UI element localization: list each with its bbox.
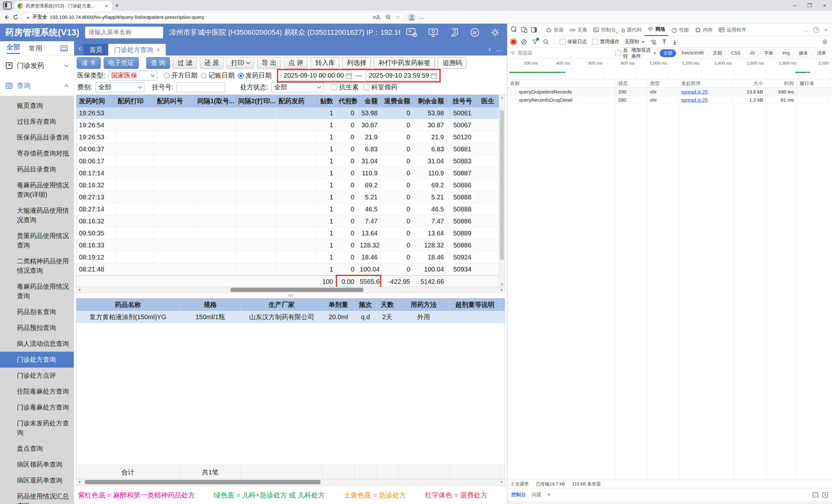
devtools-tab-欢迎[interactable]: 欢迎 [543,24,567,36]
preserve-log-checkbox[interactable]: 保留日志 [560,39,587,45]
sidebar-item[interactable]: 毒麻药品使用情况查询 [0,279,74,304]
si-logo-icon[interactable]: SI [470,28,480,37]
scroll-right-icon[interactable]: ► [500,480,503,483]
devtools-tab-控制台[interactable]: 控制台▲ [590,24,619,36]
drawer-add-tab-icon[interactable]: + [547,491,551,498]
network-request-row[interactable]: queryRecordsDrugDetail200xhrspread.js:25… [507,96,832,104]
filter-chip[interactable]: Fetch/XHR [678,49,707,57]
table-row[interactable]: 08:21:4810100.040100.0450934 [76,263,499,275]
settings-gear-icon[interactable] [491,28,500,37]
scroll-right-icon[interactable]: ► [500,288,503,291]
toolbar-button[interactable]: 补打中药发药标签 [374,57,435,69]
drawer-tab-问题[interactable]: 问题 [532,492,542,498]
profile-avatar[interactable] [408,13,416,22]
tabs-scroll-left-icon[interactable]: ‹ [76,44,83,53]
pane-splitter[interactable] [74,293,507,298]
scroll-left-icon[interactable]: ◄ [78,480,81,483]
clear-icon[interactable] [521,39,527,45]
tab-home[interactable]: 首页 [83,44,108,56]
toolbar-button[interactable]: 转入库 [311,57,339,69]
horizontal-scrollbar[interactable]: ◄ ► [76,287,505,293]
record-icon[interactable] [511,39,516,44]
table-row[interactable]: 08:19:121018.46018.4650924 [76,251,499,263]
calendar-icon[interactable] [346,73,352,79]
sidebar-item[interactable]: 药品预扣查询 [0,320,74,336]
export-har-icon[interactable] [672,39,677,45]
tab-close-icon[interactable]: × [156,47,160,53]
sidebar-item[interactable]: 药品别名查询 [0,304,74,320]
scrollbar-thumb[interactable] [500,110,504,260]
browser-tab[interactable]: 药房管理系统(V13) - 门诊处方查… × [14,1,112,11]
sidebar-group[interactable]: 查询 [0,76,74,96]
toolbar-button[interactable]: 电子凭证 [104,57,139,69]
scrollbar-thumb[interactable] [230,288,363,292]
favorite-star-icon[interactable]: ☆ [396,14,400,20]
sidebar-item[interactable]: 门诊未发药处方查询 [0,415,74,441]
devtools-tab-应用程序[interactable]: 应用程序 [716,24,749,36]
date-type-radio[interactable]: 开方日期 [164,71,198,80]
table-row[interactable]: 08:06:171031.04031.0450883 [76,155,499,167]
filter-checkbox[interactable]: 抗生素 [331,83,359,91]
sidebar-group[interactable]: 门诊发药 [0,56,74,76]
sidebar-item[interactable]: 药品使用情况汇总查询 [0,488,74,504]
sidebar-item[interactable]: 毒麻药品使用情况查询(详细) [0,177,74,203]
sidebar-tab-frequent[interactable]: 常用 [29,44,42,53]
filter-chip[interactable]: 文档 [709,49,726,57]
sidebar-item[interactable]: 医保药品目录查询 [0,130,74,145]
toolbar-button[interactable]: 导 出 [257,57,281,69]
add-filter-condition[interactable]: 增加筛选条件▼ [631,47,656,59]
table-row[interactable]: 08:17:1410110.90110.950887 [76,167,499,179]
sidebar-item[interactable]: 大输液药品使用情况查询 [0,203,74,228]
sidebar-item[interactable]: 贵重药品使用情况查询 [0,228,74,253]
vertical-scrollbar[interactable]: ▲ ▼ [499,95,505,287]
checkbox-icon[interactable] [363,84,369,90]
checkbox-icon[interactable] [331,84,337,90]
table-header-row[interactable]: 发药时间配药打印配药叫号间隔1(取号...间隔2(打印...配药发药贴数代煎数金… [76,95,499,107]
network-conditions-icon[interactable] [650,39,656,45]
table-row[interactable]: 19:26:531021.9021.950120 [76,131,499,143]
menu-search-input[interactable] [88,29,168,36]
filter-chip[interactable]: Img [779,49,793,57]
inspect-element-icon[interactable] [511,27,518,33]
devtools-tab-元素[interactable]: </>元素 [567,24,590,36]
menu-grid-icon[interactable] [60,46,68,51]
refresh-icon[interactable] [12,14,19,21]
table-row[interactable]: 08:27:13105.2105.2150888 [76,191,499,203]
devtools-close-icon[interactable]: × [825,27,828,32]
new-tab-button[interactable]: + [115,2,119,9]
toolbar-button[interactable]: 查 询 [146,57,170,69]
dock-side-icon[interactable] [531,27,537,33]
toolbar-button[interactable]: 列选择 [342,57,371,69]
scroll-down-icon[interactable]: ▼ [499,282,505,286]
devtools-more-icon[interactable]: … [803,27,808,32]
invert-checkbox[interactable]: 反转 [615,47,628,59]
expand-drawer-icon[interactable] [822,492,828,498]
network-request-row[interactable]: queryOutpatientRecords200xhrspread.js:25… [507,88,832,96]
rx-status-select[interactable]: 全部 [271,83,323,92]
table-row[interactable]: 04:06:37106.8306.8350881 [76,143,499,155]
radio-icon[interactable] [238,73,244,79]
search-icon[interactable] [543,39,549,45]
toolbar-button[interactable]: 追溯码 [438,57,466,69]
minimize-button[interactable]: ─ [787,0,802,11]
sidebar-tab-all[interactable]: 全部 [6,43,20,54]
devtools-tab-性能[interactable]: 性能 [668,24,692,36]
devtools-tab-网络[interactable]: 网络 [645,24,668,36]
address-bar[interactable]: ▲ 不安全 193.100.10.74:8000/his-yf/app/#/qu… [22,12,405,22]
filter-chip[interactable]: 清单 [813,49,829,57]
toolbar-button[interactable]: 打印 [227,57,254,69]
workspaces-icon[interactable] [3,2,12,9]
devtools-help-icon[interactable]: ? [813,27,819,33]
sidebar-item[interactable]: 病区领药单查询 [0,456,74,473]
table-row[interactable]: 19:26:541030.87030.8750067 [76,119,499,131]
device-toolbar-icon[interactable] [521,27,527,33]
date-to-input[interactable]: 2025-09-10 23:59:59 [366,71,437,81]
toolbar-button[interactable]: 点 评 [284,57,308,69]
network-overview-timeline[interactable]: 200 ms400 ms600 ms800 ms1,000 ms1,200 ms… [507,59,832,79]
drawer-tab-控制台[interactable]: 控制台 [511,492,526,498]
table-row[interactable]: 08:16:32107.4707.4750886 [76,215,499,227]
date-type-radio[interactable]: 记账日期 [201,71,235,80]
insurance-type-select[interactable]: 国家医保 [108,71,157,81]
filter-chip[interactable]: 媒体 [795,49,811,57]
sidebar-item[interactable]: 账页查询 [0,98,74,114]
